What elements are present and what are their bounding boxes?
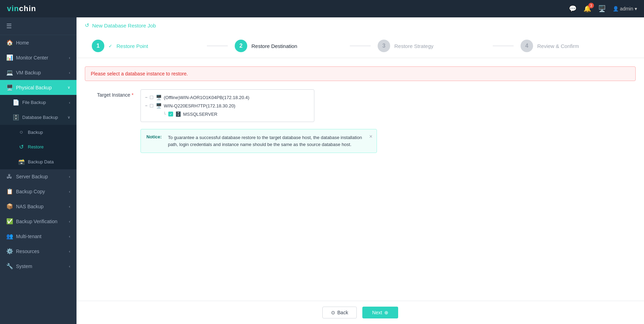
step-1-circle: 1 [92,40,104,52]
breadcrumb: ↺ New Database Restore Job [85,22,636,29]
server-backup-chevron-icon: ‹ [69,175,70,179]
multi-tenant-icon: 👥 [6,233,13,240]
menu-toggle[interactable]: ☰ [0,17,77,35]
sidebar-item-multi-tenant-label: Multi-tenant [16,234,41,239]
node1-server-icon: 🖥️ [156,95,162,100]
nas-backup-chevron-icon: ‹ [69,204,70,209]
file-backup-chevron-icon: ‹ [69,100,70,105]
node1-toggle-icon[interactable]: − [145,95,147,100]
step-3-label: Restore Strategy [394,43,434,49]
sidebar-item-file-label: File Backup [22,100,46,105]
page-header: ↺ New Database Restore Job 1 ✓ Restore P… [77,17,644,58]
mssql-checkbox[interactable]: ✓ [168,112,173,116]
vm-backup-icon: 💻 [6,69,13,76]
physical-backup-submenu: 📄 File Backup ‹ 🗄️ Database Backup ∨ ○ B… [0,95,77,169]
step-2-number: 2 [240,43,243,49]
messages-icon[interactable]: 💬 [569,5,577,13]
notice-text: To guarantee a successful database resto… [168,134,371,148]
step-4-label: Review & Confirm [537,43,579,49]
sidebar-item-resources-label: Resources [16,249,39,254]
mssql-db-icon: 🗄️ [175,111,181,117]
sidebar-item-verification-label: Backup Verification [16,219,57,224]
sidebar-item-server-label: Server Backup [16,174,48,179]
monitor-icon[interactable]: 🖥️ [598,5,606,13]
error-banner: Please select a database instance to res… [85,66,636,81]
sidebar-item-vm-backup[interactable]: 💻 VM Backup ‹ [0,65,77,80]
notice-label: Notice: [146,134,164,139]
sidebar-item-server-backup[interactable]: 🖧 Server Backup ‹ [0,169,77,184]
sidebar-item-backup[interactable]: ○ Backup [0,125,77,139]
back-button[interactable]: ⊙ Back [322,307,357,318]
sidebar-item-monitor-label: Monitor Center [16,55,48,60]
wizard-step-3: 3 Restore Strategy [371,34,493,58]
wizard-step-2: 2 Restore Destination [228,34,350,58]
notifications-icon[interactable]: 🔔 3 [583,5,591,13]
user-menu[interactable]: 👤 admin ▾ [613,6,637,11]
step-1-label: Restore Point [116,43,148,49]
sidebar-item-multi-tenant[interactable]: 👥 Multi-tenant ‹ [0,229,77,244]
tree-node-mssql[interactable]: └ ✓ 🗄️ MSSQLSERVER [162,110,311,118]
file-backup-icon: 📄 [13,99,19,106]
db-backup-chevron-icon: ∨ [67,115,70,120]
content-inner: ↺ New Database Restore Job 1 ✓ Restore P… [77,17,644,324]
logo: vinchin [7,4,36,13]
mssql-connector-icon: └ [163,112,166,116]
sidebar-item-home[interactable]: 🏠 Home [0,35,77,50]
instance-tree-box[interactable]: − ☐ 🖥️ (Offline)WIN-AOR1O1K04PB(172.18.2… [140,89,314,122]
sidebar-item-restore[interactable]: ↺ Restore [0,139,77,154]
wizard-step-4: 4 Review & Confirm [514,34,636,58]
step-4-number: 4 [525,43,529,49]
content-body: Please select a database instance to res… [77,58,644,301]
backup-copy-icon: 📋 [6,188,13,195]
monitor-chevron-icon: ‹ [69,56,70,60]
backup-copy-chevron-icon: ‹ [69,189,70,194]
sidebar-item-resources[interactable]: ⚙️ Resources ‹ [0,244,77,259]
mssql-label: MSSQLSERVER [183,112,218,117]
node2-server-icon: 🖥️ [156,103,162,108]
sidebar-item-backup-copy[interactable]: 📋 Backup Copy ‹ [0,184,77,199]
system-chevron-icon: ‹ [69,264,70,268]
restore-circle-icon: ↺ [18,144,24,150]
sidebar-item-system-label: System [16,264,32,269]
sidebar-item-monitor[interactable]: 📊 Monitor Center ‹ [0,50,77,65]
notification-badge: 3 [588,3,594,8]
multi-tenant-chevron-icon: ‹ [69,234,70,238]
database-backup-icon: 🗄️ [13,114,19,121]
wizard-steps: 1 ✓ Restore Point 2 Restore Destination [85,34,636,58]
tree-node-1[interactable]: − ☐ 🖥️ (Offline)WIN-AOR1O1K04PB(172.18.2… [144,93,311,102]
physical-backup-icon: 🖥️ [6,84,13,91]
node2-label: WIN-Q220ESRH7TP(172.18.30.20) [164,103,235,108]
back-icon: ⊙ [331,310,335,315]
back-label: Back [337,310,348,315]
sidebar-item-backup-verification[interactable]: ✅ Backup Verification ‹ [0,214,77,229]
system-icon: 🔧 [6,263,13,269]
sidebar-item-nas-backup[interactable]: 📦 NAS Backup ‹ [0,199,77,214]
vm-backup-chevron-icon: ‹ [69,71,70,75]
required-marker: * [132,92,134,98]
sidebar-item-physical-backup[interactable]: 🖥️ Physical Backup ∨ [0,80,77,95]
tree-node-2[interactable]: − ☐ 🖥️ WIN-Q220ESRH7TP(172.18.30.20) [144,102,311,110]
error-message: Please select a database instance to res… [91,71,188,76]
user-icon: 👤 [613,6,619,11]
next-button[interactable]: Next ⊕ [362,307,398,318]
backup-verification-icon: ✅ [6,218,13,225]
sidebar-item-backup-data-label: Backup Data [28,159,54,164]
step-1-check: ✓ [108,43,112,49]
sidebar-item-file-backup[interactable]: 📄 File Backup ‹ [0,95,77,110]
breadcrumb-icon: ↺ [85,22,89,29]
sidebar-item-database-backup[interactable]: 🗄️ Database Backup ∨ [0,110,77,125]
logo-chin: chin [19,4,36,13]
content-area: ↺ New Database Restore Job 1 ✓ Restore P… [77,17,644,324]
notice-close-button[interactable]: × [369,133,372,140]
next-label: Next [372,310,382,315]
sidebar-item-system[interactable]: 🔧 System ‹ [0,259,77,274]
step-divider-1 [207,46,228,46]
sidebar-item-backup-data[interactable]: 🗃️ Backup Data [0,154,77,169]
node2-toggle-icon[interactable]: − [145,103,147,108]
content-footer: ⊙ Back Next ⊕ [77,301,644,324]
db-backup-submenu: ○ Backup ↺ Restore 🗃️ Backup Data [0,125,77,169]
sidebar-item-backup-copy-label: Backup Copy [16,189,45,194]
step-2-label: Restore Destination [251,43,297,49]
navbar-right: 💬 🔔 3 🖥️ 👤 admin ▾ [569,5,637,13]
verification-chevron-icon: ‹ [69,219,70,224]
